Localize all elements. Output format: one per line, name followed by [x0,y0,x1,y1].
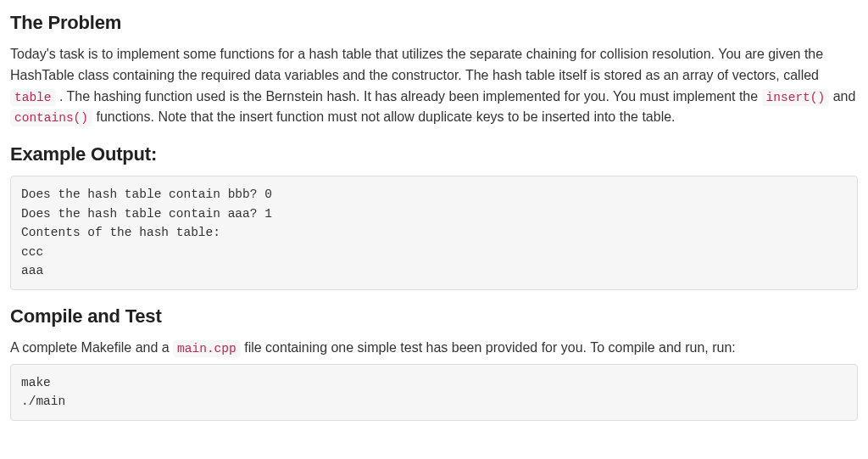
compile-run-block: make ./main [10,364,858,421]
heading-problem: The Problem [10,8,858,37]
code-insert: insert() [762,89,830,106]
heading-compile-test: Compile and Test [10,302,858,331]
code-contains: contains() [10,109,92,126]
heading-example-output: Example Output: [10,140,858,169]
compile-text-part2: file containing one simple test has been… [241,340,736,355]
code-main-cpp: main.cpp [173,340,241,357]
problem-text-part1: Today's task is to implement some functi… [10,47,823,82]
problem-text-part2: . The hashing function used is the Berns… [56,89,762,104]
code-table: table [10,89,56,106]
example-output-block: Does the hash table contain bbb? 0 Does … [10,176,858,289]
problem-text-part3: and [829,89,855,104]
problem-paragraph: Today's task is to implement some functi… [10,44,858,128]
problem-text-part4: functions. Note that the insert function… [92,109,676,124]
compile-text-part1: A complete Makefile and a [10,340,173,355]
compile-paragraph: A complete Makefile and a main.cpp file … [10,338,858,359]
